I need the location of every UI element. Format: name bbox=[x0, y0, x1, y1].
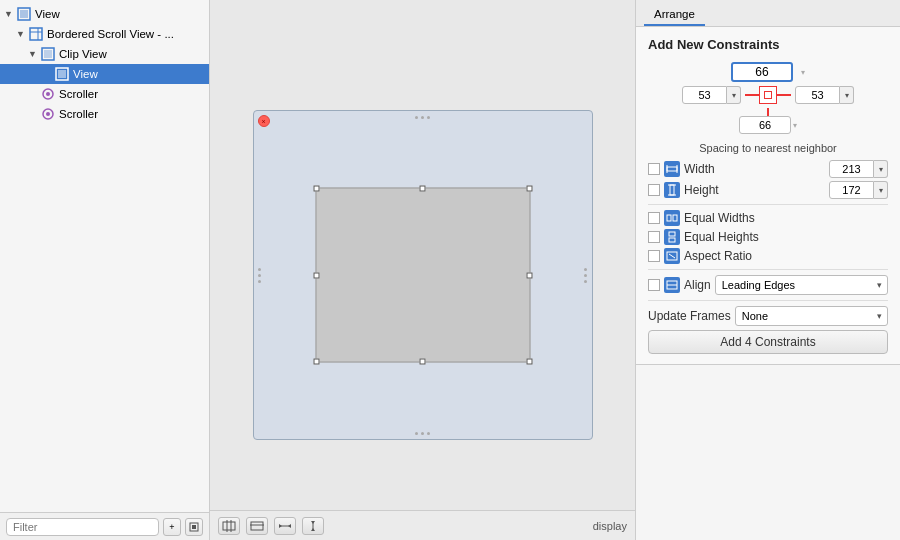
width-value-group: 213 ▾ bbox=[829, 160, 888, 178]
sidebar-extra-btn[interactable] bbox=[185, 518, 203, 536]
svg-point-12 bbox=[46, 112, 50, 116]
sidebar-item-clip-view[interactable]: ▼ Clip View bbox=[0, 44, 209, 64]
svg-rect-6 bbox=[44, 50, 52, 58]
dot bbox=[584, 268, 587, 271]
resize-handle-br[interactable] bbox=[526, 359, 532, 365]
spacing-left-dropdown[interactable]: ▾ bbox=[727, 86, 741, 104]
right-value-group: 53 ▾ bbox=[795, 86, 854, 104]
equal-widths-checkbox[interactable] bbox=[648, 212, 660, 224]
scroll-right-bar bbox=[580, 121, 592, 429]
resize-handle-tl[interactable] bbox=[313, 186, 319, 192]
tree-arrow-clip: ▼ bbox=[28, 49, 40, 59]
aspect-ratio-icon bbox=[664, 248, 680, 264]
top-dropdown-arrow: ▾ bbox=[801, 68, 805, 77]
spacing-label: Spacing to nearest neighbor bbox=[648, 142, 888, 154]
spacing-right-value: 53 bbox=[795, 86, 840, 104]
sidebar-item-view[interactable]: ▼ View bbox=[0, 4, 209, 24]
right-panel: Arrange Constraints The selected vie...t… bbox=[635, 0, 900, 540]
resize-handle-mr[interactable] bbox=[526, 272, 532, 278]
dot bbox=[415, 432, 418, 435]
height-checkbox[interactable] bbox=[648, 184, 660, 196]
equal-widths-icon bbox=[664, 210, 680, 226]
tree-arrow-bordered: ▼ bbox=[16, 29, 28, 39]
resize-handle-tc[interactable] bbox=[420, 186, 426, 192]
height-dropdown-btn[interactable]: ▾ bbox=[874, 181, 888, 199]
constraints-popup: Add New Constraints ▾ 53 ▾ bbox=[636, 27, 900, 365]
h-line-left bbox=[745, 94, 759, 96]
view-icon bbox=[16, 6, 32, 22]
sidebar-item-view-label: View bbox=[35, 8, 60, 20]
svg-marker-25 bbox=[311, 528, 315, 531]
svg-line-37 bbox=[669, 254, 675, 258]
selected-view-box[interactable] bbox=[315, 188, 530, 363]
width-checkbox[interactable] bbox=[648, 163, 660, 175]
inner-view-icon bbox=[54, 66, 70, 82]
svg-marker-24 bbox=[311, 521, 315, 524]
resize-handle-bl[interactable] bbox=[313, 359, 319, 365]
resize-handle-ml[interactable] bbox=[313, 272, 319, 278]
left-value-group: 53 ▾ bbox=[682, 86, 741, 104]
equal-heights-label: Equal Heights bbox=[684, 230, 888, 244]
dot bbox=[584, 280, 587, 283]
scroll-top-bar bbox=[264, 111, 582, 123]
bottom-dropdown-arrow: ▾ bbox=[793, 121, 797, 130]
bottom-toolbar-icons bbox=[218, 517, 324, 535]
spacing-right-dropdown[interactable]: ▾ bbox=[840, 86, 854, 104]
bottom-input-group: 66 ▾ bbox=[739, 108, 797, 134]
scroll-view-container: × bbox=[253, 110, 593, 440]
constraint-row-height: Height 172 ▾ bbox=[648, 181, 888, 199]
canvas-inner: × bbox=[210, 0, 635, 540]
sidebar-item-scroller2-label: Scroller bbox=[59, 108, 98, 120]
sidebar-item-bordered-scroll[interactable]: ▼ Bordered Scroll View - ... bbox=[0, 24, 209, 44]
update-frames-label: Update Frames bbox=[648, 309, 731, 323]
sidebar-item-scroller1-label: Scroller bbox=[59, 88, 98, 100]
align-icon bbox=[664, 277, 680, 293]
svg-rect-29 bbox=[670, 185, 674, 195]
bottom-value-row: 66 ▾ bbox=[739, 116, 797, 134]
left-dots bbox=[258, 268, 261, 283]
align-select[interactable]: Leading Edges bbox=[715, 275, 888, 295]
sidebar-item-bordered-label: Bordered Scroll View - ... bbox=[47, 28, 174, 40]
popup-title: Add New Constraints bbox=[648, 37, 888, 52]
scroll-bottom-bar bbox=[264, 427, 582, 439]
toolbar-icon-resize-h[interactable] bbox=[302, 517, 324, 535]
scroller2-icon bbox=[40, 106, 56, 122]
toolbar-icon-resize-w[interactable] bbox=[274, 517, 296, 535]
width-dropdown-btn[interactable]: ▾ bbox=[874, 160, 888, 178]
sidebar-item-scroller1[interactable]: Scroller bbox=[0, 84, 209, 104]
update-frames-select[interactable]: None bbox=[735, 306, 888, 326]
add-item-button[interactable]: + bbox=[163, 518, 181, 536]
equal-heights-checkbox[interactable] bbox=[648, 231, 660, 243]
align-checkbox[interactable] bbox=[648, 279, 660, 291]
bordered-scroll-icon bbox=[28, 26, 44, 42]
constraint-row-equal-heights: Equal Heights bbox=[648, 229, 888, 245]
update-frames-row: Update Frames None bbox=[648, 306, 888, 326]
resize-handle-tr[interactable] bbox=[526, 186, 532, 192]
spacing-bottom-value: 66 bbox=[739, 116, 791, 134]
dot bbox=[258, 280, 261, 283]
dot bbox=[427, 116, 430, 119]
sidebar-tree: ▼ View ▼ Bordered Scroll View - ... bbox=[0, 0, 209, 512]
aspect-ratio-label: Aspect Ratio bbox=[684, 249, 888, 263]
dot bbox=[427, 432, 430, 435]
clip-view-icon bbox=[40, 46, 56, 62]
sidebar-item-inner-view[interactable]: View bbox=[0, 64, 209, 84]
svg-marker-22 bbox=[288, 524, 291, 528]
canvas-bottom-bar: display bbox=[210, 510, 635, 540]
filter-input[interactable] bbox=[6, 518, 159, 536]
add-constraints-button[interactable]: Add 4 Constraints bbox=[648, 330, 888, 354]
right-dots bbox=[584, 268, 587, 283]
svg-rect-34 bbox=[669, 232, 675, 236]
spacing-top-input[interactable] bbox=[731, 62, 793, 82]
aspect-ratio-checkbox[interactable] bbox=[648, 250, 660, 262]
resize-handle-bc[interactable] bbox=[420, 359, 426, 365]
toolbar-icon-align-v[interactable] bbox=[246, 517, 268, 535]
center-constraint-box[interactable] bbox=[759, 86, 777, 104]
toolbar-icon-align-h[interactable] bbox=[218, 517, 240, 535]
width-label: Width bbox=[684, 162, 825, 176]
right-panel-tabs: Arrange bbox=[636, 0, 900, 27]
spacing-top-row: ▾ bbox=[731, 62, 805, 82]
tab-arrange[interactable]: Arrange bbox=[644, 4, 705, 26]
sidebar-item-scroller2[interactable]: Scroller bbox=[0, 104, 209, 124]
svg-point-10 bbox=[46, 92, 50, 96]
